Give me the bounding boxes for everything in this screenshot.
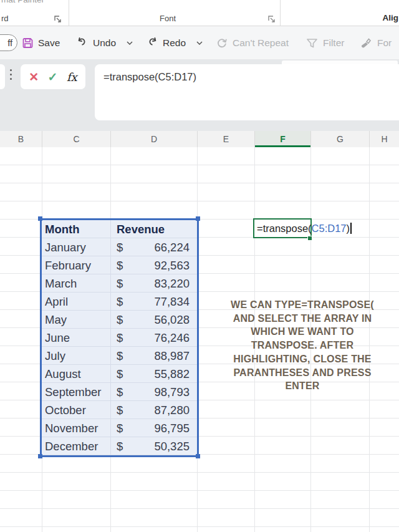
- formula-bar-input[interactable]: =transpose(C5:D17): [95, 64, 399, 120]
- format-label-partial: For: [377, 37, 392, 49]
- undo-button[interactable]: Undo: [76, 37, 133, 49]
- undo-dropdown-icon[interactable]: [127, 41, 133, 45]
- redo-icon: [146, 37, 158, 49]
- autosave-toggle[interactable]: ff: [0, 34, 17, 51]
- quick-access-toolbar: ff Save Undo: [0, 26, 399, 60]
- table-header-row[interactable]: Month Revenue: [42, 220, 197, 238]
- table-row[interactable]: January$66,224: [42, 238, 197, 256]
- revenue-cell[interactable]: 98,793: [154, 383, 190, 401]
- formula-range-ref: C5:D17: [312, 223, 347, 234]
- table-row[interactable]: October$87,280: [42, 401, 197, 419]
- formula-bar-strip: ✕ ✓ fx =transpose(C5:D17): [0, 59, 399, 131]
- column-header-H[interactable]: H: [369, 131, 399, 147]
- revenue-cell[interactable]: 88,987: [154, 347, 190, 365]
- range-handle-top-right[interactable]: [196, 216, 200, 221]
- save-button[interactable]: Save: [22, 37, 60, 49]
- table-row[interactable]: December$50,325: [42, 437, 197, 455]
- table-row[interactable]: November$96,795: [42, 419, 197, 437]
- table-row[interactable]: July$88,987: [42, 347, 197, 365]
- month-cell[interactable]: March: [45, 274, 77, 293]
- confirm-icon[interactable]: ✓: [48, 70, 58, 84]
- month-cell[interactable]: December: [45, 437, 98, 455]
- table-row[interactable]: June$76,246: [42, 329, 197, 347]
- format-painter-label-partial: mat Painter: [1, 0, 44, 4]
- font-dialog-launcher-icon[interactable]: [267, 15, 276, 23]
- cancel-icon[interactable]: ✕: [29, 70, 39, 84]
- revenue-header-cell[interactable]: Revenue: [117, 220, 165, 238]
- revenue-cell[interactable]: 87,280: [154, 401, 190, 419]
- revenue-cell[interactable]: 77,834: [154, 293, 190, 311]
- currency-symbol: $: [117, 419, 123, 437]
- undo-label: Undo: [93, 37, 116, 49]
- revenue-cell[interactable]: 50,325: [154, 437, 190, 455]
- column-header-C[interactable]: C: [42, 131, 110, 147]
- clipboard-dialog-launcher-icon[interactable]: [54, 15, 62, 23]
- currency-symbol: $: [117, 347, 123, 365]
- month-cell[interactable]: April: [45, 293, 68, 311]
- month-cell[interactable]: September: [45, 383, 102, 401]
- ribbon: mat Painter rd Font Alig: [0, 0, 399, 26]
- annotation-line: TRANSPOSE. AFTER: [206, 339, 399, 352]
- month-cell[interactable]: October: [45, 401, 86, 419]
- save-label: Save: [38, 37, 60, 49]
- currency-symbol: $: [117, 437, 123, 455]
- month-cell[interactable]: May: [45, 311, 67, 329]
- cell-edit-text: =transpose(C5:D17): [257, 220, 352, 237]
- revenue-cell[interactable]: 92,563: [154, 256, 190, 274]
- selected-range-C5-D17[interactable]: Month Revenue January$66,224February$92,…: [40, 218, 199, 457]
- table-row[interactable]: August$55,882: [42, 365, 197, 383]
- column-header-B[interactable]: B: [0, 131, 42, 147]
- month-cell[interactable]: February: [45, 256, 91, 274]
- format-painter-button: For: [360, 37, 392, 49]
- range-handle-bottom-left[interactable]: [38, 454, 42, 458]
- column-header-D[interactable]: D: [110, 131, 197, 147]
- paintbrush-icon: [360, 37, 373, 49]
- revenue-cell[interactable]: 66,224: [154, 238, 190, 256]
- month-header-cell[interactable]: Month: [45, 220, 79, 238]
- annotation-text: WE CAN TYPE=TRANSPOSE( AND SELECT THE AR…: [206, 298, 399, 393]
- month-cell[interactable]: January: [45, 238, 86, 256]
- redo-dropdown-icon[interactable]: [196, 41, 203, 45]
- revenue-cell[interactable]: 55,882: [154, 365, 190, 383]
- currency-symbol: $: [117, 238, 123, 256]
- currency-symbol: $: [117, 311, 123, 329]
- column-header-F-active[interactable]: F: [254, 131, 310, 147]
- formula-bar-text: =transpose(C5:D17): [95, 64, 399, 83]
- column-header-E[interactable]: E: [197, 131, 254, 147]
- repeat-icon: [216, 37, 228, 49]
- revenue-cell[interactable]: 76,246: [154, 329, 190, 347]
- save-icon: [22, 37, 34, 49]
- font-group-label: Font: [148, 14, 187, 23]
- table-row[interactable]: September$98,793: [42, 383, 197, 401]
- revenue-cell[interactable]: 96,795: [154, 419, 190, 437]
- table-row[interactable]: February$92,563: [42, 256, 197, 274]
- annotation-line: ENTER: [206, 379, 399, 393]
- currency-symbol: $: [117, 401, 123, 419]
- range-handle-top-left[interactable]: [38, 216, 42, 221]
- formula-bar-controls: ✕ ✓ fx: [21, 64, 85, 89]
- group-divider: [69, 0, 69, 26]
- revenue-cell[interactable]: 56,028: [154, 311, 190, 329]
- formula-prefix: =transpose(: [257, 223, 312, 234]
- month-cell[interactable]: July: [45, 347, 65, 365]
- excel-window: mat Painter rd Font Alig ff Save: [0, 0, 399, 532]
- redo-button[interactable]: Redo: [146, 37, 203, 49]
- cant-repeat-label: Can't Repeat: [233, 37, 289, 49]
- filter-button: Filter: [305, 37, 344, 49]
- alignment-group-label-partial: Alig: [383, 13, 399, 22]
- undo-icon: [76, 37, 89, 49]
- range-handle-bottom-right[interactable]: [196, 454, 200, 458]
- month-cell[interactable]: November: [45, 419, 98, 437]
- month-cell[interactable]: August: [45, 365, 81, 383]
- month-cell[interactable]: June: [45, 329, 70, 347]
- revenue-cell[interactable]: 83,220: [154, 274, 190, 293]
- filter-label: Filter: [323, 37, 344, 49]
- table-row[interactable]: March$83,220: [42, 274, 197, 293]
- filter-icon: [305, 37, 319, 49]
- insert-function-icon[interactable]: fx: [67, 70, 77, 84]
- table-row[interactable]: May$56,028: [42, 311, 197, 329]
- currency-symbol: $: [117, 365, 123, 383]
- table-row[interactable]: April$77,834: [42, 293, 197, 311]
- formula-bar-drag-handle-icon[interactable]: [10, 69, 12, 80]
- column-header-G[interactable]: G: [310, 131, 369, 147]
